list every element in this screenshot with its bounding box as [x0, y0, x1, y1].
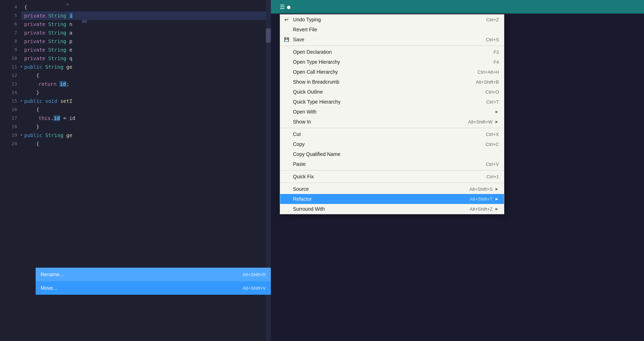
menu-label-open-with: Open With	[293, 109, 478, 115]
menu-item-quick-fix[interactable]: Quick Fix Ctrl+1	[280, 172, 504, 182]
line-num-4: 4	[0, 3, 21, 11]
code-line-9: private String e	[21, 46, 271, 54]
code-line-17: this.id = id	[21, 114, 271, 122]
surround-with-arrow-icon: ►	[495, 206, 499, 211]
line-num-8: 8	[0, 37, 21, 46]
menu-item-refactor[interactable]: Refactor Alt+Shift+T ►	[280, 194, 504, 204]
show-in-arrow-icon: ►	[495, 119, 499, 124]
code-line-6: private String n	[21, 20, 271, 28]
line-num-20: 20	[0, 140, 21, 148]
line-num-15: 15	[0, 97, 21, 105]
menu-item-rename[interactable]: Rename... Alt+Shift+R	[36, 268, 271, 281]
line-num-19: 19	[0, 131, 21, 140]
menu-item-quick-outline[interactable]: Quick Outline Ctrl+O	[280, 87, 504, 97]
context-menu: ↩ Undo Typing Ctrl+Z Revert File 💾 Save …	[280, 14, 504, 214]
code-line-8: private String p	[21, 37, 271, 46]
menu-shortcut-source: Alt+Shift+S	[469, 187, 493, 192]
menu-label-open-call-hierarchy: Open Call Hierarchy	[293, 69, 463, 75]
menu-shortcut-refactor: Alt+Shift+T	[470, 196, 493, 202]
separator-4	[280, 183, 504, 183]
menu-shortcut-undo: Ctrl+Z	[486, 17, 499, 22]
code-line-18: }	[21, 122, 271, 131]
line-num-7: 7	[0, 28, 21, 37]
code-line-16: {	[21, 105, 271, 114]
menu-shortcut-surround-with: Alt+Shift+Z	[470, 206, 493, 212]
menu-item-revert[interactable]: Revert File	[280, 25, 504, 35]
line-num-5: 5	[0, 11, 21, 20]
menu-item-open-with[interactable]: Open With ►	[280, 107, 504, 117]
menu-item-show-in[interactable]: Show In Alt+Shift+W ►	[280, 117, 504, 127]
menu-shortcut-show-breadcrumb: Alt+Shift+B	[476, 79, 499, 85]
line-num-14: 14	[0, 88, 21, 97]
line-num-10: 10	[0, 54, 21, 63]
separator-1	[280, 46, 504, 46]
save-icon: 💾	[284, 37, 289, 42]
menu-item-copy-qualified[interactable]: Copy Qualified Name	[280, 149, 504, 159]
source-arrow-icon: ►	[495, 187, 499, 192]
menu-label-quick-outline: Quick Outline	[293, 89, 471, 95]
bottom-context-menu: Rename... Alt+Shift+R Move... Alt+Shift+…	[36, 268, 271, 295]
refactor-arrow-icon: ►	[495, 196, 499, 201]
menu-shortcut-open-type-hierarchy: F4	[494, 59, 499, 65]
menu-label-rename: Rename...	[41, 272, 242, 277]
menu-item-undo[interactable]: ↩ Undo Typing Ctrl+Z	[280, 15, 504, 25]
code-line-20: {	[21, 140, 271, 148]
menu-label-refactor: Refactor	[293, 196, 455, 202]
line-num-13: 13	[0, 80, 21, 88]
menu-item-open-declaration[interactable]: Open Declaration F3	[280, 47, 504, 57]
menu-item-quick-type-hierarchy[interactable]: Quick Type Hierarchy Ctrl+T	[280, 97, 504, 107]
menu-item-show-breadcrumb[interactable]: Show in Breadcrumb Alt+Shift+B	[280, 77, 504, 87]
toolbar-icons: ☰ ●	[271, 0, 299, 14]
menu-label-show-breadcrumb: Show in Breadcrumb	[293, 79, 462, 85]
menu-label-revert: Revert File	[293, 27, 485, 32]
menu-label-save: Save	[293, 37, 472, 42]
menu-shortcut-save: Ctrl+S	[486, 37, 499, 42]
scrollbar-thumb[interactable]	[266, 28, 271, 43]
menu-label-surround-with: Surround With	[293, 206, 455, 212]
header-strip	[271, 0, 644, 14]
menu-shortcut-quick-type-hierarchy: Ctrl+T	[486, 99, 499, 105]
menu-shortcut-show-in: Alt+Shift+W	[468, 119, 493, 125]
code-line-4: {	[21, 3, 271, 11]
menu-shortcut-quick-fix: Ctrl+1	[486, 174, 499, 179]
menu-item-save[interactable]: 💾 Save Ctrl+S	[280, 35, 504, 44]
code-line-10: private String q	[21, 54, 271, 63]
line-num-17: 17	[0, 114, 21, 122]
code-line-12: {	[21, 71, 271, 80]
menu-item-open-type-hierarchy[interactable]: Open Type Hierarchy F4	[280, 57, 504, 67]
code-line-15: public void setI	[21, 97, 271, 105]
menu-item-open-call-hierarchy[interactable]: Open Call Hierarchy Ctrl+Alt+H	[280, 67, 504, 77]
toolbar-icon-2[interactable]: ●	[287, 4, 290, 10]
line-num-11: 11	[0, 63, 21, 71]
menu-label-show-in: Show In	[293, 119, 454, 125]
gutter-chevron: ⌃	[66, 2, 69, 9]
menu-item-source[interactable]: Source Alt+Shift+S ►	[280, 184, 504, 194]
menu-label-quick-fix: Quick Fix	[293, 174, 472, 179]
menu-shortcut-quick-outline: Ctrl+O	[485, 89, 499, 95]
menu-label-copy-qualified: Copy Qualified Name	[293, 151, 485, 157]
menu-label-source: Source	[293, 186, 455, 192]
line-num-12: 12	[0, 71, 21, 80]
menu-item-paste[interactable]: Paste Ctrl+V	[280, 159, 504, 169]
menu-item-cut[interactable]: Cut Ctrl+X	[280, 129, 504, 139]
menu-shortcut-rename: Alt+Shift+R	[242, 272, 266, 277]
line-num-16: 16	[0, 105, 21, 114]
line-num-18: 18	[0, 122, 21, 131]
menu-item-copy[interactable]: Copy Ctrl+C	[280, 139, 504, 149]
code-line-7: private String a	[21, 28, 271, 37]
code-line-14: }	[21, 88, 271, 97]
menu-label-quick-type-hierarchy: Quick Type Hierarchy	[293, 99, 472, 105]
menu-shortcut-open-call-hierarchy: Ctrl+Alt+H	[478, 69, 499, 75]
menu-label-open-type-hierarchy: Open Type Hierarchy	[293, 59, 479, 65]
menu-shortcut-cut: Ctrl+X	[486, 132, 499, 137]
code-line-13: return id;	[21, 80, 271, 88]
code-line-5: private String i	[21, 11, 271, 20]
menu-label-open-declaration: Open Declaration	[293, 49, 479, 55]
code-content: { private String i private String n priv…	[21, 0, 271, 148]
menu-item-move[interactable]: Move... Alt+Shift+V	[36, 281, 271, 295]
menu-shortcut-move: Alt+Shift+V	[243, 285, 266, 291]
line-numbers: 4 5 6 7 8 9 10 11 12 13 14 15 16 17 18 1…	[0, 0, 21, 341]
toolbar-icon-1[interactable]: ☰	[280, 4, 285, 10]
open-with-arrow-icon: ►	[495, 109, 499, 114]
menu-item-surround-with[interactable]: Surround With Alt+Shift+Z ►	[280, 204, 504, 214]
